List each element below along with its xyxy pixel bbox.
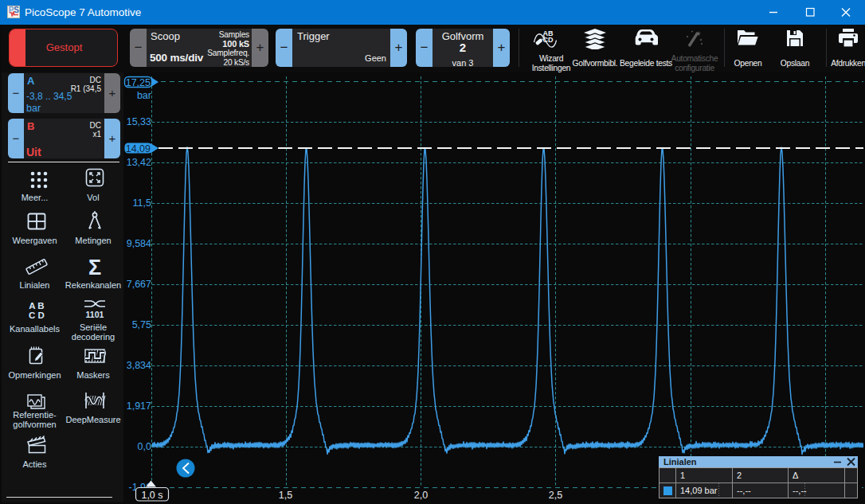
svg-text:C D: C D bbox=[29, 311, 45, 320]
svg-text:15,33: 15,33 bbox=[127, 116, 151, 127]
svg-text:14,09: 14,09 bbox=[126, 143, 151, 154]
svg-text:5,75: 5,75 bbox=[132, 319, 151, 330]
svg-text:Σ: Σ bbox=[88, 256, 101, 278]
svg-text:bar: bar bbox=[137, 90, 151, 101]
svg-text:0,0: 0,0 bbox=[138, 441, 151, 452]
svg-text:1,5: 1,5 bbox=[279, 490, 292, 501]
svg-text:1,0 s: 1,0 s bbox=[141, 490, 162, 501]
svg-text:11,5: 11,5 bbox=[133, 197, 151, 209]
svg-text:A B: A B bbox=[29, 301, 44, 311]
svg-text:2,5: 2,5 bbox=[549, 490, 562, 501]
svg-text:S: S bbox=[14, 6, 19, 14]
svg-text:9,584: 9,584 bbox=[127, 238, 151, 249]
svg-text:1,917: 1,917 bbox=[127, 400, 151, 412]
svg-text:2,0: 2,0 bbox=[414, 490, 428, 501]
svg-text:3,834: 3,834 bbox=[127, 360, 151, 371]
svg-text:7,667: 7,667 bbox=[127, 279, 151, 290]
svg-text:17,25: 17,25 bbox=[126, 77, 151, 88]
svg-text:1101: 1101 bbox=[86, 310, 104, 319]
svg-text:13,42: 13,42 bbox=[127, 157, 151, 168]
